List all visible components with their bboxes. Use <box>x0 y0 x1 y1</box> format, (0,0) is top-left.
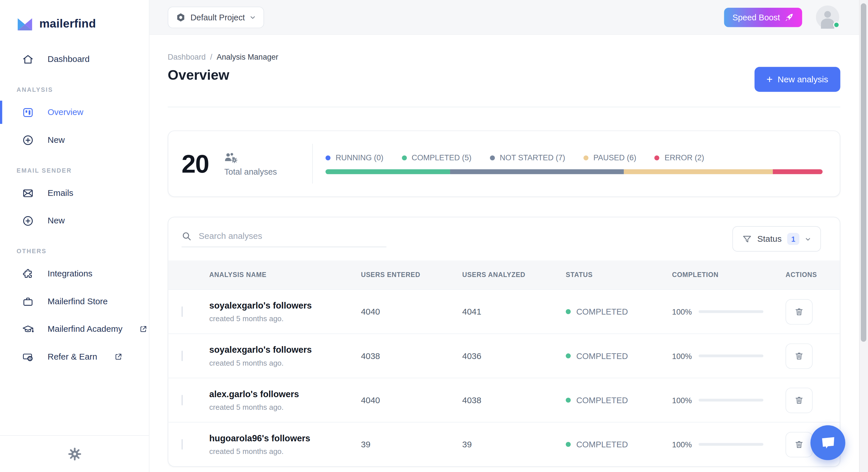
analysis-name: alex.garlo's followers <box>209 389 361 399</box>
external-link-icon <box>114 353 122 361</box>
speed-boost-label: Speed Boost <box>733 12 780 22</box>
home-icon <box>22 53 34 65</box>
analysis-created: created 5 months ago. <box>209 447 361 456</box>
table-header-row: ANALYSIS NAME USERS ENTERED USERS ANALYZ… <box>168 260 840 289</box>
speed-boost-button[interactable]: Speed Boost <box>724 7 802 27</box>
analysis-name-cell[interactable]: alex.garlo's followers created 5 months … <box>209 389 361 411</box>
breadcrumb: Dashboard / Analysis Manager <box>167 53 840 61</box>
completion-pct: 100% <box>672 440 692 449</box>
chevron-down-icon <box>805 236 811 242</box>
sidebar-item-new-analysis[interactable]: New <box>0 126 149 154</box>
sidebar-section-analysis: ANALYSIS <box>0 73 149 99</box>
users-entered-value: 4040 <box>361 307 462 316</box>
users-entered-value: 4040 <box>361 395 462 405</box>
completion-cell: 100% <box>672 351 785 361</box>
legend-not-started: NOT STARTED (7) <box>490 153 565 162</box>
sidebar-item-label: New <box>48 216 65 226</box>
delete-analysis-button[interactable] <box>786 387 813 413</box>
trash-icon <box>794 440 804 449</box>
status-stacked-bar <box>326 169 823 174</box>
col-users-analyzed: USERS ANALYZED <box>462 271 566 279</box>
nut-icon <box>176 12 185 22</box>
completion-bar <box>699 310 763 313</box>
new-analysis-button[interactable]: + New analysis <box>754 67 840 92</box>
sidebar-item-label: Refer & Earn <box>48 352 97 362</box>
breadcrumb-dashboard-link[interactable]: Dashboard <box>167 53 206 61</box>
money-icon: $ <box>22 351 34 363</box>
project-selector[interactable]: Default Project <box>167 6 264 28</box>
users-analyzed-value: 4041 <box>462 307 566 316</box>
sidebar-item-dashboard[interactable]: Dashboard <box>0 45 149 73</box>
status-filter-button[interactable]: Status 1 <box>733 226 821 252</box>
topbar: Default Project Speed Boost <box>150 0 859 35</box>
row-checkbox[interactable] <box>182 439 183 449</box>
rocket-icon <box>785 12 794 22</box>
svg-text:$: $ <box>29 357 31 360</box>
row-checkbox[interactable] <box>182 306 183 316</box>
sidebar-footer <box>0 435 149 472</box>
filter-count-badge: 1 <box>787 233 799 245</box>
kanban-icon <box>22 106 34 118</box>
analyses-table-card: Status 1 ANALYSIS NAME USERS ENTERED USE… <box>167 217 840 467</box>
completion-bar <box>699 355 763 357</box>
completion-pct: 100% <box>672 351 692 361</box>
plus-circle-icon <box>22 134 34 146</box>
col-users-entered: USERS ENTERED <box>361 271 462 279</box>
table-row: soyalexgarlo's followers created 5 month… <box>168 289 840 334</box>
status-dot <box>566 442 570 447</box>
row-checkbox[interactable] <box>182 350 183 361</box>
title-row: Overview + New analysis <box>167 67 840 92</box>
sidebar-item-store[interactable]: Mailerfind Store <box>0 288 149 315</box>
completion-bar <box>699 443 763 446</box>
bar-segment-completed <box>326 169 450 174</box>
row-checkbox[interactable] <box>182 395 183 405</box>
legend-paused: PAUSED (6) <box>584 153 637 162</box>
sidebar-item-refer-earn[interactable]: $ Refer & Earn <box>0 343 149 370</box>
analysis-name: soyalexgarlo's followers <box>209 345 361 355</box>
delete-analysis-button[interactable] <box>786 432 813 457</box>
sidebar-item-overview[interactable]: Overview <box>0 98 149 126</box>
scrollbar-thumb[interactable] <box>861 3 866 342</box>
col-status: STATUS <box>566 271 672 279</box>
analysis-name-cell[interactable]: hugoarola96's followers created 5 months… <box>209 433 361 456</box>
chat-widget-button[interactable] <box>810 425 845 460</box>
external-link-icon <box>140 325 148 333</box>
users-gear-icon <box>224 151 237 163</box>
analysis-created: created 5 months ago. <box>209 359 361 367</box>
completion-pct: 100% <box>672 307 692 316</box>
search-input[interactable] <box>198 231 386 241</box>
bar-segment-error <box>773 169 823 174</box>
analysis-name-cell[interactable]: soyalexgarlo's followers created 5 month… <box>209 301 361 323</box>
sidebar-item-new-email[interactable]: New <box>0 207 149 234</box>
puzzle-icon <box>22 268 34 279</box>
brand-name: mailerfind <box>39 17 96 30</box>
sidebar-item-label: New <box>48 135 65 145</box>
status-dot <box>566 309 570 314</box>
total-analyses-count: 20 <box>182 149 209 179</box>
users-entered-value: 4038 <box>361 351 462 361</box>
sidebar-item-academy[interactable]: Mailerfind Academy <box>0 315 149 343</box>
sidebar-item-label: Mailerfind Academy <box>48 324 123 334</box>
chat-bubble-icon <box>820 436 836 450</box>
table-row: soyalexgarlo's followers created 5 month… <box>168 334 840 378</box>
online-status-dot <box>833 22 840 28</box>
settings-gear-icon[interactable] <box>68 447 81 461</box>
delete-analysis-button[interactable] <box>786 299 813 324</box>
analysis-name-cell[interactable]: soyalexgarlo's followers created 5 month… <box>209 345 361 367</box>
project-selector-label: Default Project <box>190 12 245 22</box>
analysis-name: hugoarola96's followers <box>209 433 361 443</box>
graduation-cap-icon <box>22 323 34 335</box>
briefcase-icon <box>22 296 34 307</box>
user-avatar[interactable] <box>816 5 839 29</box>
sidebar-item-integrations[interactable]: Integrations <box>0 260 149 287</box>
brand-logo[interactable]: mailerfind <box>0 0 149 35</box>
sidebar-item-label: Integrations <box>48 269 92 279</box>
status-label: COMPLETED <box>577 307 628 316</box>
scrollbar-track <box>859 0 868 472</box>
status-dot <box>566 353 570 358</box>
delete-analysis-button[interactable] <box>786 343 813 369</box>
active-indicator <box>0 101 2 124</box>
sidebar-item-emails[interactable]: Emails <box>0 179 149 207</box>
completion-cell: 100% <box>672 307 785 316</box>
analysis-created: created 5 months ago. <box>209 314 361 323</box>
